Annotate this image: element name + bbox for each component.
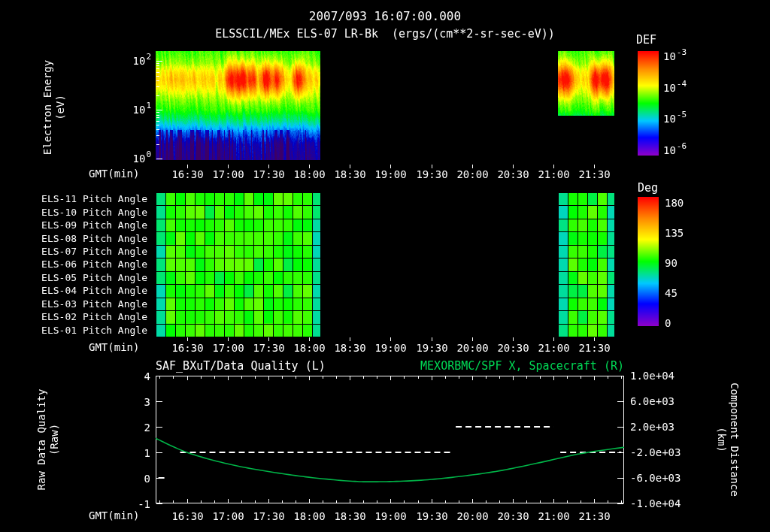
energy-axis-label-line1: Electron Energy bbox=[41, 60, 54, 155]
pitch-row-label: ELS-07 Pitch Angle bbox=[0, 245, 151, 258]
gmt-label-top: GMT(min) bbox=[89, 168, 139, 180]
pitch-row-label: ELS-08 Pitch Angle bbox=[0, 231, 151, 244]
pitch-angle-row-labels: ELS-11 Pitch Angle ELS-10 Pitch Angle EL… bbox=[0, 192, 151, 337]
pitch-row-label: ELS-11 Pitch Angle bbox=[0, 192, 151, 205]
page-title: 2007/093 16:07:00.000 bbox=[0, 9, 770, 23]
component-distance-axis-label-line1: Component Distance bbox=[728, 382, 741, 497]
bottom-left-series-title: SAF_BXuT/Data Quality (L) bbox=[156, 359, 326, 373]
pitch-row-label: ELS-09 Pitch Angle bbox=[0, 219, 151, 231]
energy-axis-label: Electron Energy (eV) bbox=[39, 44, 69, 171]
raw-quality-axis-label: Raw Data Quality (Raw) bbox=[33, 368, 63, 511]
colorbar-title-deg: Deg bbox=[638, 181, 658, 195]
pitch-row-label: ELS-04 Pitch Angle bbox=[0, 284, 151, 297]
pitch-row-label: ELS-01 Pitch Angle bbox=[0, 324, 151, 337]
component-distance-axis-label: Component Distance (km) bbox=[713, 368, 743, 511]
pitch-row-label: ELS-02 Pitch Angle bbox=[0, 310, 151, 323]
colorbar-title-def: DEF bbox=[636, 33, 656, 47]
pitch-row-label: ELS-06 Pitch Angle bbox=[0, 258, 151, 271]
gmt-label-middle: GMT(min) bbox=[89, 341, 139, 353]
raw-quality-axis-label-line1: Raw Data Quality bbox=[35, 389, 48, 491]
bottom-right-series-title: MEXORBMC/SPF X, Spacecraft (R) bbox=[420, 359, 624, 373]
pitch-row-label: ELS-03 Pitch Angle bbox=[0, 298, 151, 310]
pitch-row-label: ELS-05 Pitch Angle bbox=[0, 271, 151, 284]
component-distance-axis-label-line2: (km) bbox=[715, 427, 728, 452]
plot-page: 2007/093 16:07:00.000 ELSSCIL/MEx ELS-07… bbox=[0, 0, 770, 532]
gmt-label-bottom: GMT(min) bbox=[89, 509, 139, 521]
energy-axis-label-line2: (eV) bbox=[54, 95, 67, 120]
raw-quality-axis-label-line2: (Raw) bbox=[48, 424, 61, 455]
pitch-row-label: ELS-10 Pitch Angle bbox=[0, 205, 151, 218]
